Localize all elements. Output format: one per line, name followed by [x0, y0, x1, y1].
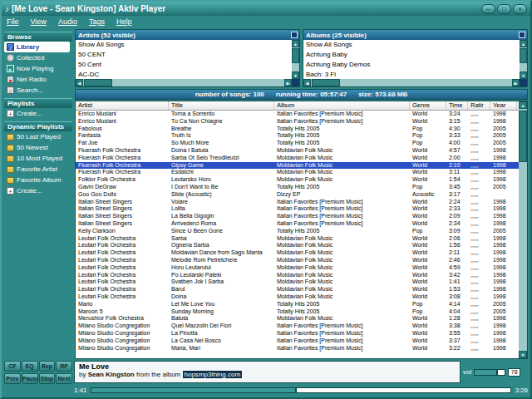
scrollbar-track[interactable] [311, 79, 512, 86]
artist-list-item[interactable]: 50 CENT [76, 50, 292, 60]
scroll-right-button[interactable]: ▶ [284, 79, 292, 86]
scroll-down-button[interactable]: ▼ [519, 351, 527, 358]
seek-bar[interactable] [91, 387, 512, 393]
song-row[interactable]: Folklor Folk OrchestraLeutarsko HoroMold… [76, 176, 519, 184]
column-header-artist[interactable]: Artist [76, 101, 169, 110]
sidebar-item-create[interactable]: +Create... [4, 185, 72, 196]
song-row[interactable]: Maroon 5Sunday MorningTotally Hits 2005P… [76, 308, 519, 316]
column-header-year[interactable]: Year [490, 101, 517, 110]
song-row[interactable]: Leutari Folk OrchestraOgnena SarbaMoldav… [76, 242, 519, 249]
song-row[interactable]: Leutari Folk OrchestraMelodie Rom Petret… [76, 257, 519, 264]
sidebar-item-now-playing[interactable]: ▸Now Playing [4, 63, 72, 74]
album-list-item[interactable]: Achtung Baby Demos [303, 60, 520, 70]
minimize-button[interactable]: – [481, 4, 495, 14]
column-header-time[interactable]: Time [446, 101, 468, 110]
scroll-down-button[interactable]: ▼ [520, 71, 527, 79]
cf-button[interactable]: CF [4, 361, 21, 372]
sidebar-item-10-most-played[interactable]: 10 Most Played [4, 153, 72, 164]
song-row[interactable]: FantasiaTruth IsTotally Hits 2005Pop3:33… [76, 132, 519, 140]
sidebar-item-search[interactable]: ○Search... [4, 85, 72, 96]
scrollbar-track[interactable] [520, 47, 527, 71]
albums-panel-menu-button[interactable] [519, 32, 525, 38]
song-row[interactable]: Merushior Folk OrchestraBatutaMoldavian … [76, 315, 519, 323]
song-row[interactable]: Gavin DeGrawI Don't Want to BeTotally Hi… [76, 184, 519, 191]
scrollbar-track[interactable] [519, 109, 527, 351]
artists-vertical-scrollbar[interactable]: ▲▼ [292, 40, 299, 79]
song-row[interactable]: Italian Street SingersLolitaItalian Favo… [76, 205, 519, 213]
sidebar-item-library[interactable]: ♪Library [4, 42, 70, 52]
eq-button[interactable]: EQ [22, 361, 38, 372]
scrollbar-thumb[interactable] [292, 48, 299, 63]
pause-button[interactable]: Pause [22, 373, 38, 384]
song-row[interactable]: Italian Street SingersArrivederci RomaIt… [76, 220, 519, 228]
song-row[interactable]: Leutari Folk OrchestraSvatben Jok I Sarb… [76, 278, 519, 286]
artists-panel-menu-button[interactable] [291, 32, 298, 38]
song-row[interactable]: MarioLet Me Love YouTotally Hits 2005Pop… [76, 301, 519, 308]
sidebar-item-collected[interactable]: Collected [4, 52, 72, 63]
song-row[interactable]: Fat JoeSo Much MoreTotally Hits 2005Pop4… [76, 140, 519, 147]
song-row[interactable]: Italian Street SingersLa Bella GigoginIt… [76, 213, 519, 220]
song-row[interactable]: Milano Studio CongregationLa PinottaItal… [76, 330, 519, 337]
column-header-genre[interactable]: Genre [410, 101, 446, 110]
sidebar-item-create[interactable]: +Create... [4, 108, 72, 119]
column-header-album[interactable]: Album [274, 101, 410, 110]
menu-audio[interactable]: Audio [58, 17, 77, 26]
artists-horizontal-scrollbar[interactable]: ◀▶ [76, 79, 299, 86]
albums-horizontal-scrollbar[interactable]: ◀▶ [303, 79, 527, 86]
column-header-title[interactable]: Title [169, 101, 274, 110]
song-row[interactable]: Milano Studio CongregationLa Casa Nel Bo… [76, 337, 519, 345]
artist-list-item[interactable]: Show All Songs [76, 40, 292, 50]
song-row[interactable]: Italian Street SingersVolareItalian Favo… [76, 199, 519, 206]
menu-file[interactable]: File [7, 17, 19, 26]
song-row[interactable]: Enrico MusianiTorna a SorrentoItalian Fa… [76, 111, 519, 118]
song-row[interactable]: Leutari Folk OrchestraDoinaMoldavian Fol… [76, 293, 519, 301]
song-row[interactable]: Fluerash Folk OrchestraDoina I BatutaMol… [76, 147, 519, 155]
song-row[interactable]: Milano Studio CongregationMaria, MariIta… [76, 345, 519, 352]
albums-vertical-scrollbar[interactable]: ▲▼ [520, 40, 527, 79]
sidebar-item-net-radio[interactable]: ●Net Radio [4, 74, 72, 85]
song-table-scrollbar[interactable]: ▲▼ [519, 101, 527, 358]
scroll-right-button[interactable]: ▶ [512, 79, 520, 86]
song-row[interactable]: Leutari Folk OrchestraHoru LeutaruluiMol… [76, 264, 519, 272]
artist-list-item[interactable]: AC-DC [76, 70, 292, 79]
album-list-item[interactable]: Achtung Baby [303, 50, 520, 60]
maximize-button[interactable]: □ [497, 4, 511, 14]
song-row[interactable]: Enrico MusianiTu Ca Nun ChiagneItalian F… [76, 118, 519, 126]
close-button[interactable]: × [513, 4, 527, 14]
artist-list-item[interactable]: 50 Cent [76, 60, 292, 70]
scrollbar-thumb[interactable] [84, 79, 112, 86]
stop-button[interactable]: Stop [39, 373, 56, 384]
song-row[interactable]: Fluerash Folk OrchestraGipsy GameMoldavi… [76, 162, 519, 170]
rp-button[interactable]: RP [56, 361, 72, 372]
scrollbar-thumb[interactable] [312, 79, 340, 86]
menu-view[interactable]: View [31, 17, 47, 26]
now-playing-artist[interactable]: Sean Kingston [88, 371, 135, 378]
song-row[interactable]: Goo Goo DollsSlide (Acoustic)Dizzy EPAco… [76, 191, 519, 199]
column-header-rating[interactable]: Ratir [468, 101, 490, 110]
sidebar-item-50-newest[interactable]: 50 Newest [4, 142, 72, 153]
rep-button[interactable]: Rep [39, 361, 56, 372]
song-row[interactable]: Kelly ClarksonSince U Been GoneTotally H… [76, 228, 519, 235]
scroll-left-button[interactable]: ◀ [303, 79, 311, 86]
menu-help[interactable]: Help [116, 17, 132, 26]
scroll-left-button[interactable]: ◀ [76, 79, 83, 86]
scroll-down-button[interactable]: ▼ [292, 71, 299, 79]
sidebar-item-50-last-played[interactable]: 50 Last Played [4, 131, 72, 142]
song-row[interactable]: Leutari Folk OrchestraSarbaMoldavian Fol… [76, 235, 519, 243]
scroll-up-button[interactable]: ▲ [292, 40, 299, 47]
scrollbar-track[interactable] [292, 47, 299, 71]
title-bar[interactable]: ♪ [Me Love - Sean Kingston] Aktiv Player… [2, 2, 530, 16]
song-row[interactable]: Leutari Folk OrchestraPo Leutarski Patek… [76, 272, 519, 279]
song-row[interactable]: Fluerash Folk OrchestraSarba Ot Selo Tre… [76, 155, 519, 162]
sidebar-item-favorite-artist[interactable]: Favorite Artist [4, 164, 72, 175]
song-row[interactable]: Leutari Folk OrchestraMoldavian Dance fr… [76, 249, 519, 257]
song-row[interactable]: Milano Studio CongregationQuel Mazzolin … [76, 323, 519, 330]
now-playing-album-link[interactable]: hopsmp3thing.com [183, 371, 243, 378]
scroll-up-button[interactable]: ▲ [520, 40, 527, 47]
song-row[interactable]: FabolousBreatheTotally Hits 2005Pop4:30,… [76, 126, 519, 133]
scrollbar-track[interactable] [83, 79, 284, 86]
prev-button[interactable]: Prev [4, 373, 21, 384]
scroll-up-button[interactable]: ▲ [519, 101, 527, 109]
volume-slider[interactable] [474, 369, 505, 376]
album-list-item[interactable]: Show All Songs [303, 40, 520, 50]
